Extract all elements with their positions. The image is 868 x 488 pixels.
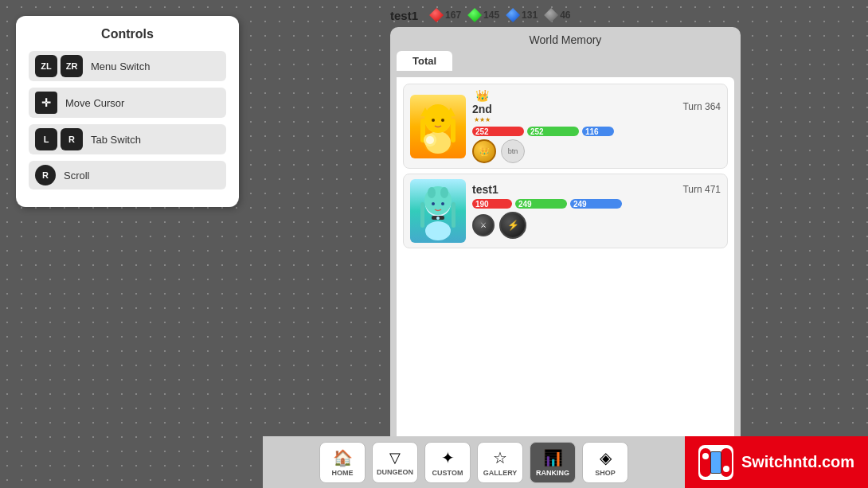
medal-dark-2: ⚡	[499, 212, 526, 239]
atk-bar-2: 249	[515, 199, 567, 209]
svg-rect-5	[451, 119, 456, 142]
gem-red: 167	[429, 8, 461, 22]
gem-red-icon	[429, 8, 444, 22]
svg-rect-24	[700, 448, 711, 477]
entry-rank-1: 2nd	[472, 103, 492, 115]
switch-brand-text: Switchntd.com	[741, 453, 854, 471]
entry-header-2: test1 Turn 471	[472, 183, 721, 196]
world-memory-title: World Memory	[397, 33, 734, 46]
hp-value-1: 252	[472, 127, 492, 136]
entries-container[interactable]: 👑 2nd ★★★ Turn 364 252 252	[397, 77, 734, 475]
svg-point-22	[440, 187, 448, 198]
nav-ranking[interactable]: 📊 RANKING	[530, 442, 576, 483]
gem-gray: 46	[544, 8, 570, 22]
medal-crown-1: 👑	[472, 139, 496, 163]
gem-green-icon	[467, 8, 482, 22]
dungeon-label: DUNGEON	[377, 468, 413, 476]
svg-point-25	[702, 453, 709, 459]
svg-point-20	[441, 202, 444, 205]
r-round-button: R	[35, 165, 56, 185]
atk-value-1: 252	[527, 127, 547, 136]
nav-shop[interactable]: ◈ SHOP	[582, 442, 628, 483]
rank-badge-1: 👑 2nd ★★★	[472, 89, 492, 123]
control-tab-switch: L R Tab Switch	[29, 124, 226, 154]
player-name: test1	[390, 9, 418, 22]
gem-blue-value: 131	[522, 10, 538, 21]
r-button: R	[61, 128, 83, 150]
avatar-gold	[410, 95, 466, 158]
entry-rank-2: test1	[472, 183, 499, 196]
svg-point-6	[432, 119, 435, 122]
svg-point-12	[425, 221, 451, 240]
hp-bar-2: 190	[472, 199, 512, 209]
svg-rect-26	[721, 448, 732, 477]
shop-label: SHOP	[595, 469, 616, 477]
medals-row-1: 👑 btn	[472, 139, 721, 163]
menu-switch-label: Menu Switch	[91, 61, 150, 72]
nav-custom[interactable]: ✦ CUSTOM	[424, 442, 471, 483]
medal-btn-1[interactable]: btn	[501, 139, 525, 163]
hp-value-2: 190	[472, 200, 492, 209]
gem-blue: 131	[506, 8, 538, 22]
svg-point-18	[436, 217, 440, 220]
svg-rect-29	[711, 452, 721, 473]
ranking-icon: 📊	[543, 448, 563, 467]
top-bar: test1 167 145 131 46	[390, 8, 741, 22]
control-scroll: R Scroll	[29, 161, 226, 189]
def-bar-2: 249	[570, 199, 622, 209]
svg-point-3	[424, 104, 452, 133]
stat-bars-2: 190 249 249	[472, 199, 721, 209]
controls-panel: Controls ZL ZR Menu Switch ✛ Move Cursor…	[16, 16, 239, 207]
svg-point-27	[723, 466, 729, 472]
svg-rect-15	[420, 202, 424, 228]
def-value-2: 249	[570, 200, 590, 209]
world-memory-panel: World Memory Total	[390, 27, 741, 482]
hp-bar-1: 252	[472, 127, 524, 136]
dpad-button: ✛	[35, 92, 57, 114]
svg-point-21	[428, 187, 436, 198]
controls-title: Controls	[29, 27, 226, 41]
home-icon: 🏠	[333, 448, 353, 467]
nav-home[interactable]: 🏠 HOME	[319, 442, 366, 483]
gallery-icon: ☆	[493, 448, 507, 467]
svg-point-19	[432, 202, 435, 205]
gem-red-value: 167	[445, 10, 461, 21]
tab-switch-label: Tab Switch	[91, 134, 141, 146]
custom-label: CUSTOM	[432, 469, 463, 477]
nav-gallery[interactable]: ☆ GALLERY	[477, 442, 523, 483]
svg-rect-16	[452, 202, 456, 228]
stat-bars-1: 252 252 116	[472, 127, 721, 136]
gallery-label: GALLERY	[483, 469, 518, 477]
nav-dungeon[interactable]: ▽ DUNGEON	[372, 442, 418, 483]
l-button: L	[35, 128, 57, 150]
atk-value-2: 249	[515, 200, 535, 209]
tab-total[interactable]: Total	[397, 51, 452, 71]
medal-dark-1: ⚔	[472, 214, 495, 236]
table-row[interactable]: test1 Turn 471 190 249 249	[403, 174, 728, 248]
ranking-label: RANKING	[536, 469, 569, 477]
gem-blue-icon	[506, 8, 520, 22]
gem-gray-value: 46	[560, 10, 570, 21]
gem-green: 145	[467, 8, 499, 22]
svg-point-7	[441, 119, 444, 122]
shop-icon: ◈	[600, 448, 612, 467]
scroll-label: Scroll	[64, 170, 90, 182]
control-menu-switch: ZL ZR Menu Switch	[29, 51, 226, 81]
main-area: test1 167 145 131 46 World Memory Total	[263, 0, 868, 488]
switch-brand: Switchntd.com	[685, 436, 868, 488]
home-label: HOME	[332, 469, 354, 477]
medals-row-2: ⚔ ⚡	[472, 212, 721, 239]
avatar-teal	[410, 179, 466, 243]
def-value-1: 116	[582, 127, 602, 136]
gem-gray-icon	[544, 8, 558, 22]
dungeon-icon: ▽	[389, 449, 401, 467]
table-row[interactable]: 👑 2nd ★★★ Turn 364 252 252	[403, 84, 728, 169]
gem-green-value: 145	[483, 10, 499, 21]
entry-header-1: 👑 2nd ★★★ Turn 364	[472, 89, 721, 123]
tab-bar[interactable]: Total	[397, 51, 734, 71]
zl-button: ZL	[35, 55, 57, 77]
def-bar-1: 116	[582, 127, 614, 136]
entry-turn-2: Turn 471	[682, 184, 721, 195]
entry-info-1: 👑 2nd ★★★ Turn 364 252 252	[472, 89, 721, 163]
entry-info-2: test1 Turn 471 190 249 249	[472, 183, 721, 239]
